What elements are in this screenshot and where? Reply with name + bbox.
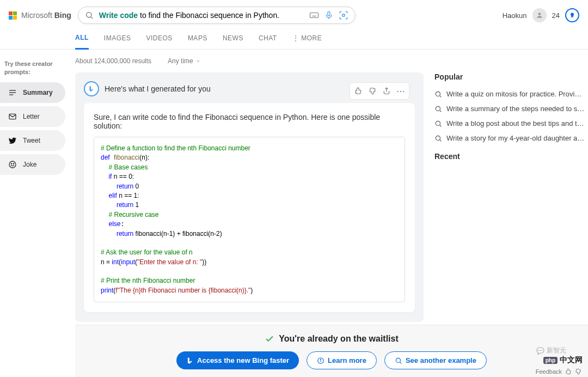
- rewards-points[interactable]: 24: [552, 11, 560, 20]
- search-query: Write code to find the Fibonacci sequenc…: [99, 11, 304, 20]
- svg-point-19: [13, 163, 14, 164]
- search-icon: [85, 11, 94, 20]
- sidebar-item-summary[interactable]: Summary: [0, 82, 65, 103]
- microphone-icon[interactable]: [324, 11, 333, 20]
- svg-point-32: [396, 358, 400, 362]
- svg-rect-8: [328, 11, 330, 16]
- svg-line-26: [440, 125, 442, 126]
- sidebar-item-letter[interactable]: Letter: [0, 106, 65, 127]
- time-filter[interactable]: Any time: [168, 57, 201, 65]
- smile-icon: [8, 160, 17, 169]
- bing-icon: [186, 357, 194, 364]
- tab-videos[interactable]: VIDEOS: [146, 29, 173, 48]
- search-icon: [395, 357, 402, 364]
- check-icon: [265, 334, 274, 344]
- thumbs-down-icon[interactable]: [366, 85, 378, 97]
- code-block: # Define a function to find the nth Fibo…: [94, 137, 405, 302]
- tab-images[interactable]: IMAGES: [104, 29, 131, 48]
- search-icon: [434, 105, 442, 113]
- sidebar-item-label: Letter: [23, 113, 40, 120]
- card-actions: ⋯: [350, 82, 409, 100]
- see-another-button[interactable]: See another example: [384, 351, 487, 369]
- svg-point-12: [571, 13, 574, 16]
- popular-item[interactable]: Write a summary of the steps needed to s…: [434, 101, 584, 116]
- person-icon: [536, 11, 543, 19]
- user-avatar[interactable]: [532, 8, 547, 22]
- results-meta: About 124,000,000 results Any time: [0, 50, 588, 72]
- sidebar-item-label: Joke: [23, 161, 36, 168]
- svg-rect-2: [310, 13, 318, 18]
- tab-all[interactable]: ALL: [75, 28, 89, 50]
- tab-chat[interactable]: CHAT: [259, 29, 277, 48]
- watermark-php: php中文网: [543, 355, 583, 365]
- svg-point-10: [342, 14, 345, 17]
- answer-intro: Sure, I can write code to find the Fibon…: [94, 113, 405, 130]
- twitter-icon: [8, 136, 17, 145]
- more-actions-icon[interactable]: ⋯: [395, 85, 407, 97]
- sidebar-item-label: Summary: [23, 89, 53, 96]
- right-column: Popular Write a quiz on mitosis for prac…: [434, 72, 584, 322]
- answer-card: ⋯ Sure, I can write code to find the Fib…: [84, 103, 415, 312]
- tab-maps[interactable]: MAPS: [188, 29, 207, 48]
- microsoft-logo-icon: [9, 11, 17, 20]
- logo-text: Microsoft Bing: [21, 11, 71, 20]
- svg-point-11: [538, 13, 541, 15]
- svg-line-33: [400, 362, 402, 363]
- logo[interactable]: Microsoft Bing: [9, 11, 71, 20]
- svg-point-25: [436, 121, 440, 125]
- result-tabs: ALL IMAGES VIDEOS MAPS NEWS CHAT ⋮MORE: [0, 28, 588, 50]
- more-dots-icon: ⋮: [292, 34, 299, 42]
- share-icon[interactable]: [381, 85, 393, 97]
- popular-item[interactable]: Write a story for my 4-year-old daughter…: [434, 131, 584, 145]
- access-bing-button[interactable]: Access the new Bing faster: [176, 351, 299, 369]
- tab-news[interactable]: NEWS: [223, 29, 243, 48]
- thumbs-up-icon[interactable]: [565, 368, 572, 375]
- search-icon: [434, 90, 442, 98]
- waitlist-buttons: Access the new Bing faster Learn more Se…: [75, 351, 588, 369]
- svg-point-0: [86, 13, 91, 17]
- envelope-icon: [8, 112, 17, 121]
- ai-answer-box: Here's what I generated for you ⋯ Sure, …: [75, 72, 424, 322]
- popular-item[interactable]: Write a quiz on mitosis for practice. Pr…: [434, 87, 584, 101]
- svg-point-18: [11, 163, 11, 164]
- search-icon: [434, 135, 442, 142]
- sidebar-prompts: Try these creator prompts: Summary Lette…: [0, 54, 65, 178]
- sidebar-title: Try these creator prompts:: [0, 54, 65, 82]
- footer-feedback[interactable]: Feedback: [536, 368, 581, 375]
- info-icon: [317, 357, 324, 364]
- rewards-medal-icon[interactable]: [565, 8, 579, 22]
- camera-search-icon[interactable]: [339, 10, 348, 20]
- chevron-down-icon: [195, 58, 201, 64]
- svg-line-28: [440, 139, 442, 141]
- svg-point-21: [436, 92, 440, 96]
- search-icon: [434, 120, 442, 127]
- popular-item[interactable]: Write a blog post about the best tips an…: [434, 116, 584, 131]
- learn-more-button[interactable]: Learn more: [307, 351, 377, 369]
- result-count: About 124,000,000 results: [75, 57, 151, 65]
- sidebar-item-joke[interactable]: Joke: [0, 154, 65, 175]
- popular-heading: Popular: [434, 72, 584, 81]
- keyboard-icon[interactable]: [309, 10, 319, 20]
- svg-point-27: [436, 136, 440, 140]
- waitlist-title: You're already on the waitlist: [75, 334, 588, 344]
- thumbs-down-icon[interactable]: [575, 368, 581, 375]
- svg-point-31: [321, 359, 321, 360]
- tab-more[interactable]: ⋮MORE: [292, 29, 322, 48]
- header-right: Haokun 24: [503, 8, 579, 22]
- user-name[interactable]: Haokun: [503, 11, 527, 20]
- svg-line-22: [440, 95, 442, 97]
- svg-point-23: [436, 106, 440, 111]
- main-content: Here's what I generated for you ⋯ Sure, …: [75, 72, 588, 322]
- thumbs-up-icon[interactable]: [352, 85, 364, 97]
- sidebar-item-tweet[interactable]: Tweet: [0, 130, 65, 151]
- search-bar[interactable]: Write code to find the Fibonacci sequenc…: [78, 7, 356, 24]
- answer-header-text: Here's what I generated for you: [105, 84, 211, 93]
- svg-line-24: [440, 110, 442, 112]
- recent-heading: Recent: [434, 152, 584, 161]
- bing-badge-icon: [84, 81, 99, 96]
- header: Microsoft Bing Write code to find the Fi…: [0, 0, 588, 28]
- sidebar-item-label: Tweet: [23, 137, 40, 144]
- watermark-xzy: 💬新智元: [536, 346, 566, 355]
- svg-point-17: [9, 161, 16, 168]
- svg-line-1: [91, 17, 93, 19]
